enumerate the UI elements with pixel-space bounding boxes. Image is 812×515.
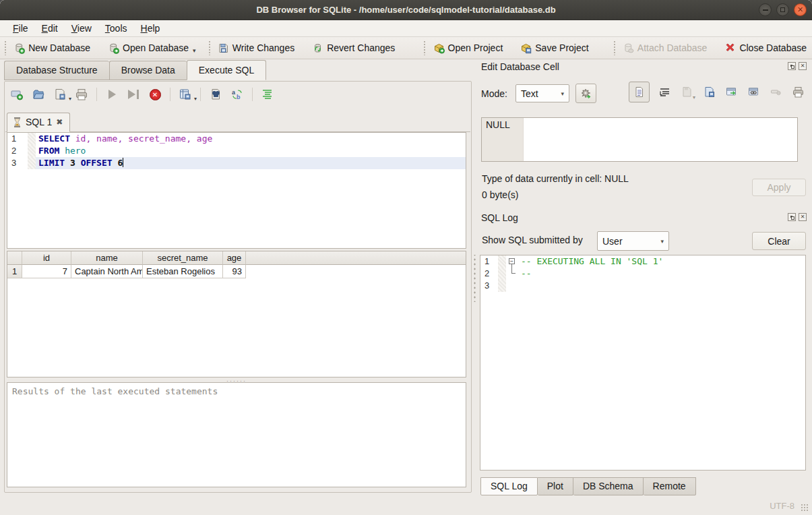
find-replace-button[interactable]: ab — [230, 87, 245, 102]
cell-name[interactable]: Captain North America — [71, 265, 143, 278]
close-window-button[interactable]: ✕ — [794, 3, 807, 16]
close-database-button[interactable]: Close Database — [719, 40, 812, 57]
open-external-button[interactable] — [724, 85, 739, 100]
close-panel-button[interactable]: ✕ — [799, 62, 807, 70]
float-panel-button[interactable] — [788, 213, 796, 221]
format-sql-button[interactable] — [260, 87, 275, 102]
write-changes-label: Write Changes — [232, 42, 294, 53]
open-sql-file-button[interactable] — [31, 87, 46, 102]
write-changes-button[interactable]: Write Changes — [212, 40, 300, 57]
menu-edit[interactable]: Edit — [36, 22, 64, 35]
import-cell-button[interactable]: ▾ — [679, 85, 694, 100]
float-icon — [791, 65, 794, 69]
open-database-button[interactable]: Open Database ▾ — [102, 40, 201, 57]
word-wrap-button[interactable] — [657, 85, 672, 100]
chevron-down-icon: ▾ — [561, 90, 564, 97]
sql-editor[interactable]: 1 SELECT id, name, secret_name, age 2 FR… — [7, 132, 466, 249]
row-header[interactable]: 1 — [7, 265, 22, 278]
sql-tab-close-icon[interactable]: ✖ — [56, 117, 63, 127]
close-icon: ✕ — [797, 6, 803, 13]
attach-database-icon — [623, 42, 634, 54]
export-cell-button[interactable] — [701, 85, 716, 100]
gear-icon — [580, 88, 592, 99]
mode-select[interactable]: Text ▾ — [516, 84, 569, 102]
vertical-splitter[interactable] — [473, 255, 476, 302]
cell-age[interactable]: 93 — [223, 265, 246, 278]
maximize-button[interactable] — [776, 3, 789, 16]
revert-changes-label: Revert Changes — [327, 42, 395, 53]
titlebar[interactable]: DB Browser for SQLite - /home/user/code/… — [0, 0, 812, 20]
log-filter-select[interactable]: User ▾ — [597, 231, 669, 251]
menubar: File Edit View Tools Help — [0, 20, 812, 37]
fold-collapse-icon[interactable]: − — [509, 258, 515, 264]
window-controls: ✕ — [759, 3, 807, 16]
save-project-button[interactable]: Save Project — [515, 40, 594, 57]
save-sql-file-button[interactable]: ▾ — [53, 87, 67, 102]
print-sql-button[interactable] — [74, 87, 89, 102]
sql-log-editor[interactable]: 1 − -- EXECUTING ALL IN 'SQL 1' 2 - — [480, 255, 806, 471]
tab-database-structure[interactable]: Database Structure — [4, 61, 109, 80]
column-header-secret-name[interactable]: secret_name — [143, 251, 223, 265]
menu-file[interactable]: File — [7, 22, 34, 35]
log-line-text: -- — [518, 268, 805, 280]
sql-document-tab[interactable]: SQL 1 ✖ — [7, 113, 70, 132]
sql-document-tabbar: SQL 1 ✖ — [5, 112, 470, 132]
find-button[interactable] — [208, 87, 223, 102]
maximize-icon — [780, 7, 785, 12]
new-database-icon — [13, 42, 25, 54]
set-null-button[interactable] — [768, 85, 783, 100]
log-line: 2 -- — [480, 268, 805, 280]
auto-apply-button[interactable] — [575, 84, 596, 103]
apply-button[interactable]: Apply — [752, 179, 806, 196]
cell-editor-text-area[interactable] — [524, 118, 797, 161]
tab-db-schema[interactable]: DB Schema — [573, 477, 644, 495]
export-results-button[interactable]: ▾ — [178, 87, 193, 102]
new-sql-tab-button[interactable] — [9, 87, 24, 102]
float-panel-button[interactable] — [788, 62, 796, 70]
menu-tools[interactable]: Tools — [99, 22, 133, 35]
column-header-age[interactable]: age — [223, 251, 246, 265]
edit-cell-title: Edit Database Cell — [481, 61, 559, 72]
tab-remote[interactable]: Remote — [644, 477, 696, 495]
code-line: FROM hero — [36, 145, 466, 157]
editor-line: 1 SELECT id, name, secret_name, age — [7, 133, 466, 145]
sql-log-title: SQL Log — [481, 212, 518, 223]
attach-database-button[interactable]: Attach Database — [617, 40, 713, 57]
close-panel-button[interactable]: ✕ — [799, 213, 807, 221]
cell-value-editor[interactable]: NULL — [481, 117, 798, 162]
tab-execute-sql[interactable]: Execute SQL — [187, 60, 267, 80]
copy-link-button[interactable] — [746, 85, 761, 100]
print-cell-button[interactable] — [790, 85, 805, 100]
mode-row: Mode: Text ▾ — [481, 84, 596, 103]
column-header-id[interactable]: id — [22, 251, 71, 265]
execute-line-button[interactable] — [126, 87, 141, 102]
grid-corner[interactable] — [7, 251, 22, 265]
clear-log-button[interactable]: Clear — [752, 232, 806, 250]
cell-id[interactable]: 7 — [22, 265, 71, 278]
column-header-name[interactable]: name — [71, 251, 143, 265]
results-message-area[interactable]: Results of the last executed statements — [7, 382, 466, 487]
menu-help[interactable]: Help — [135, 22, 166, 35]
stop-sql-button[interactable]: ✕ — [148, 87, 162, 102]
revert-changes-button[interactable]: Revert Changes — [307, 40, 400, 57]
open-project-button[interactable]: Open Project — [428, 40, 509, 57]
resize-grip[interactable] — [801, 504, 809, 512]
table-row[interactable]: 1 7 Captain North America Esteban Rogeli… — [7, 265, 466, 278]
new-database-button[interactable]: New Database — [8, 40, 96, 57]
fold-margin — [498, 255, 506, 268]
execute-sql-pane: ▾ ✕ ▾ ab — [4, 81, 472, 493]
tab-sql-log[interactable]: SQL Log — [480, 477, 538, 495]
text-mode-button[interactable] — [629, 82, 650, 102]
cell-editor-gutter: NULL — [482, 118, 524, 161]
tab-plot[interactable]: Plot — [538, 477, 573, 495]
open-project-label: Open Project — [448, 42, 503, 53]
menu-view[interactable]: View — [65, 22, 98, 35]
log-line-text: -- EXECUTING ALL IN 'SQL 1' — [518, 255, 805, 268]
execute-sql-button[interactable] — [104, 87, 119, 102]
tab-browse-data[interactable]: Browse Data — [109, 61, 187, 80]
results-grid[interactable]: id name secret_name age 1 7 Captain Nort… — [7, 251, 466, 377]
cell-secret-name[interactable]: Esteban Rogelios — [143, 265, 223, 278]
encoding-indicator: UTF-8 — [770, 501, 794, 511]
header-filler — [246, 251, 466, 265]
minimize-button[interactable] — [759, 3, 772, 16]
